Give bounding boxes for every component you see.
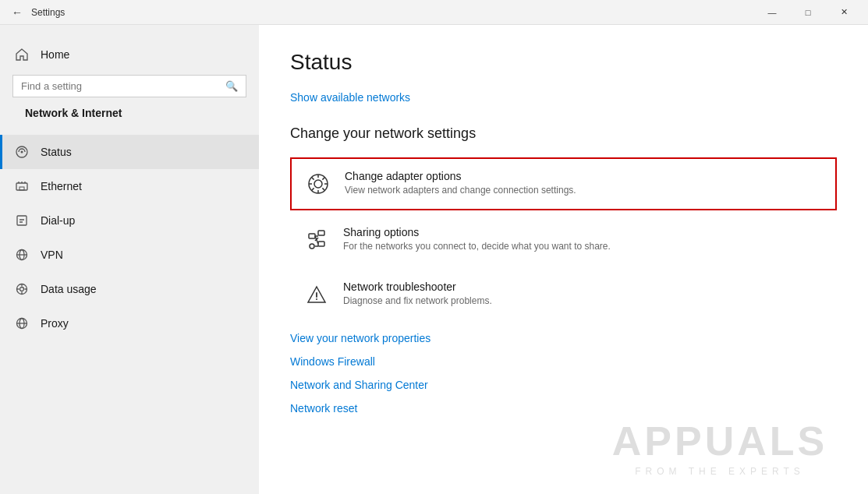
sidebar-search-box[interactable]: 🔍: [12, 75, 246, 97]
sidebar-datausage-label: Data usage: [41, 283, 97, 295]
titlebar: ← Settings — □ ✕: [0, 0, 868, 25]
svg-rect-13: [309, 234, 315, 238]
troubleshooter-text: Network troubleshooter Diagnose and fix …: [343, 281, 492, 306]
svg-rect-14: [318, 231, 324, 235]
proxy-icon: [12, 314, 31, 333]
sidebar-item-home[interactable]: Home: [12, 37, 246, 72]
sidebar-vpn-label: VPN: [41, 249, 63, 261]
home-icon: [12, 45, 31, 64]
close-button[interactable]: ✕: [826, 0, 862, 25]
search-input[interactable]: [21, 80, 225, 92]
svg-point-1: [21, 151, 23, 153]
adapter-name: Change adapter options: [345, 170, 576, 182]
sharing-desc: For the networks you connect to, decide …: [343, 241, 611, 252]
sidebar-status-label: Status: [41, 146, 72, 158]
titlebar-title: Settings: [31, 7, 754, 18]
show-networks-link[interactable]: Show available networks: [290, 91, 410, 104]
ethernet-icon: [12, 177, 31, 196]
svg-point-12: [314, 180, 322, 188]
dialup-icon: [12, 211, 31, 230]
svg-point-16: [310, 244, 314, 249]
sidebar-proxy-label: Proxy: [41, 317, 69, 330]
properties-link[interactable]: View your network properties: [290, 332, 837, 344]
sidebar-category-label: Network & Internet: [12, 107, 246, 129]
status-icon: [12, 143, 31, 161]
sharing-name: Sharing options: [343, 226, 611, 238]
sidebar-item-datausage[interactable]: Data usage: [0, 272, 259, 306]
sidebar-item-dialup[interactable]: Dial-up: [0, 203, 259, 238]
adapter-text: Change adapter options View network adap…: [345, 170, 576, 196]
svg-point-17: [316, 298, 317, 300]
firewall-link[interactable]: Windows Firewall: [290, 355, 837, 368]
setting-item-adapter[interactable]: Change adapter options View network adap…: [290, 157, 837, 210]
sidebar-item-ethernet[interactable]: Ethernet: [0, 169, 259, 203]
troubleshooter-icon: [303, 281, 331, 309]
sidebar-item-status[interactable]: Status: [0, 135, 259, 169]
svg-point-8: [20, 288, 24, 291]
section-title: Change your network settings: [290, 125, 837, 142]
sidebar-ethernet-label: Ethernet: [41, 180, 82, 192]
titlebar-controls: — □ ✕: [754, 0, 862, 25]
sidebar-item-proxy[interactable]: Proxy: [0, 306, 259, 341]
svg-rect-15: [318, 242, 324, 246]
adapter-desc: View network adapters and change connect…: [345, 185, 576, 196]
minimize-button[interactable]: —: [754, 0, 790, 25]
app-body: Home 🔍 Network & Internet Status: [0, 25, 868, 494]
back-button[interactable]: ←: [6, 2, 28, 23]
vpn-icon: [12, 245, 31, 264]
links-section: View your network properties Windows Fir…: [290, 332, 837, 415]
content-area: Status Show available networks Change yo…: [259, 25, 868, 494]
troubleshooter-name: Network troubleshooter: [343, 281, 492, 293]
adapter-icon: [304, 170, 332, 198]
setting-item-troubleshooter[interactable]: Network troubleshooter Diagnose and fix …: [290, 270, 837, 319]
sidebar-item-vpn[interactable]: VPN: [0, 238, 259, 272]
svg-rect-4: [17, 216, 27, 225]
sidebar-dialup-label: Dial-up: [41, 214, 75, 227]
maximize-button[interactable]: □: [790, 0, 826, 25]
sharing-center-link[interactable]: Network and Sharing Center: [290, 379, 837, 391]
setting-item-sharing[interactable]: Sharing options For the networks you con…: [290, 215, 837, 265]
sharing-icon: [303, 226, 331, 254]
reset-link[interactable]: Network reset: [290, 402, 837, 415]
sidebar-home-label: Home: [41, 48, 69, 61]
troubleshooter-desc: Diagnose and fix network problems.: [343, 295, 492, 306]
page-title: Status: [290, 50, 837, 75]
sidebar: Home 🔍 Network & Internet Status: [0, 25, 259, 494]
sidebar-header: Home 🔍 Network & Internet: [0, 25, 259, 135]
search-icon: 🔍: [225, 80, 238, 92]
sharing-text: Sharing options For the networks you con…: [343, 226, 611, 252]
datausage-icon: [12, 280, 31, 298]
